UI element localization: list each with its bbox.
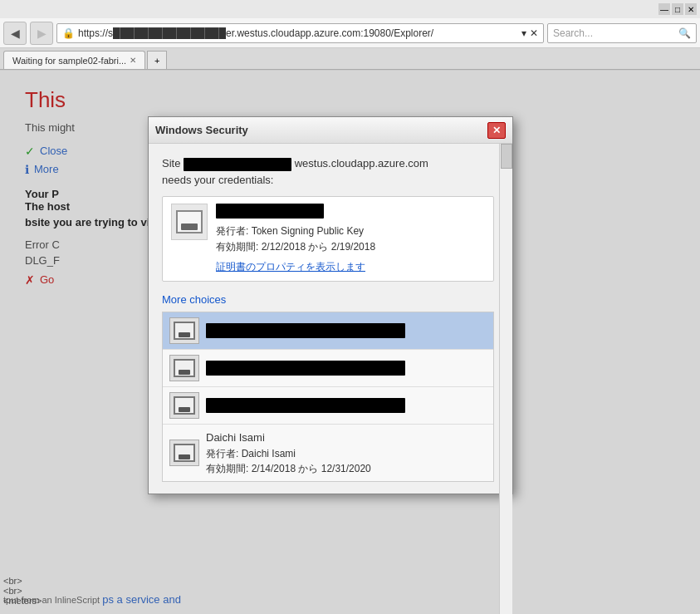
address-dropdown-icon[interactable]: ▾ [521, 27, 526, 39]
tab-bar: Waiting for sample02-fabri... ✕ + [0, 48, 700, 70]
cert-list-item-3[interactable] [163, 387, 493, 425]
cert-list-item-daichi[interactable]: Daichi Isami 発行者: Daichi Isami 有効期間: 2/1… [163, 425, 493, 481]
cert-name-3-redacted [206, 398, 405, 413]
cert-list-item-1[interactable] [163, 312, 493, 350]
tab-label: Waiting for sample02-fabri... [12, 56, 126, 66]
search-icon[interactable]: 🔍 [678, 27, 691, 39]
cert-list-item-2[interactable] [163, 350, 493, 387]
dialog-body: Site westus.cloudapp.azure.com needs you… [149, 144, 512, 494]
cert-validity: 有効期間: 2/12/2018 から 2/19/2018 [216, 239, 375, 255]
cert-properties-link[interactable]: 証明書のプロパティを表示します [216, 261, 365, 273]
site-url-redacted [184, 158, 291, 171]
search-bar[interactable]: Search... 🔍 [547, 23, 697, 43]
cert-list: Daichi Isami 発行者: Daichi Isami 有効期間: 2/1… [162, 312, 494, 482]
lock-icon: 🔒 [62, 27, 75, 39]
dialog-scrollbar[interactable] [499, 144, 512, 614]
cert-name-1-redacted [206, 323, 405, 338]
address-close-icon[interactable]: ✕ [530, 27, 538, 39]
cert-list-icon-inner-3 [174, 396, 195, 415]
cert-issuer: 発行者: Token Signing Public Key [216, 223, 375, 239]
search-placeholder: Search... [553, 27, 593, 39]
windows-security-dialog: Windows Security ✕ Site westus.cloudapp.… [148, 116, 513, 494]
site-info-text: Site westus.cloudapp.azure.com needs you… [162, 155, 494, 188]
title-bar: — □ ✕ [0, 0, 700, 18]
daichi-validity: 有効期間: 2/14/2018 から 12/31/2020 [206, 461, 371, 476]
cert-icon [171, 204, 208, 240]
more-choices-link[interactable]: More choices [162, 293, 226, 306]
cert-icon-inner [176, 210, 203, 233]
address-bar[interactable]: 🔒 https://s████████████████er.westus.clo… [56, 23, 544, 43]
browser-chrome: — □ ✕ ◀ ▶ 🔒 https://s████████████████er.… [0, 0, 700, 71]
dialog-titlebar: Windows Security ✕ [149, 117, 512, 144]
cert-list-icon-inner-1 [174, 322, 195, 340]
cert-list-icon-1 [169, 317, 199, 344]
dialog-close-button[interactable]: ✕ [487, 122, 506, 139]
maximize-btn[interactable]: □ [672, 3, 683, 15]
nav-bar: ◀ ▶ 🔒 https://s████████████████er.westus… [0, 18, 700, 48]
cert-list-icon-3 [169, 392, 199, 419]
forward-button[interactable]: ▶ [30, 22, 53, 45]
daichi-issuer: 発行者: Daichi Isami [206, 446, 371, 461]
tab-close-icon[interactable]: ✕ [130, 56, 136, 65]
scroll-thumb[interactable] [501, 144, 512, 169]
new-tab-button[interactable]: + [147, 51, 167, 69]
cert-details: 発行者: Token Signing Public Key 有効期間: 2/12… [216, 204, 375, 274]
cert-list-icon-inner-2 [174, 359, 195, 377]
titlebar-close-btn[interactable]: ✕ [685, 3, 697, 15]
daichi-name: Daichi Isami [206, 430, 371, 446]
selected-cert-card[interactable]: 発行者: Token Signing Public Key 有効期間: 2/12… [162, 196, 494, 282]
cert-name-2-redacted [206, 361, 405, 376]
cert-name-redacted [216, 204, 324, 219]
minimize-btn[interactable]: — [658, 3, 670, 15]
browser-tab[interactable]: Waiting for sample02-fabri... ✕ [3, 51, 145, 69]
cert-list-icon-daichi [169, 440, 199, 466]
address-text: https://s████████████████er.westus.cloud… [78, 27, 518, 39]
back-button[interactable]: ◀ [3, 22, 27, 45]
cert-list-icon-2 [169, 355, 199, 381]
cert-list-icon-inner-daichi [174, 444, 195, 462]
dialog-title-label: Windows Security [155, 124, 248, 136]
daichi-cert-info: Daichi Isami 発行者: Daichi Isami 有効期間: 2/1… [206, 430, 371, 476]
